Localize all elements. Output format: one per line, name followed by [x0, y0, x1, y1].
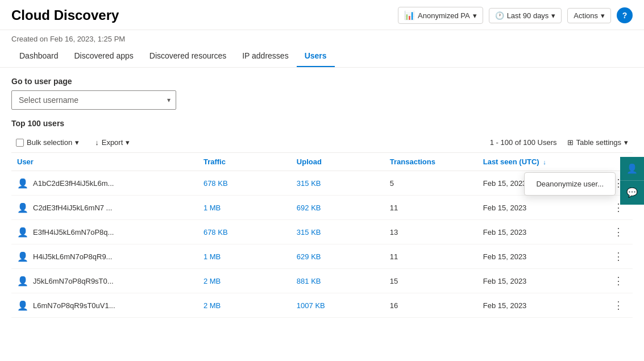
- cell-traffic: 2 MB: [198, 269, 291, 293]
- cell-transactions: 16: [384, 293, 477, 318]
- timerange-button[interactable]: 🕐 Last 90 days ▾: [489, 8, 562, 23]
- cell-user: 👤 A1bC2dE3fH4iJ5kL6m...: [11, 171, 198, 196]
- table-settings-icon: ⊞: [567, 138, 574, 147]
- bulk-selection-button[interactable]: Bulk selection ▾: [11, 136, 84, 149]
- col-upload: Upload: [291, 153, 384, 171]
- checkbox-icon: [16, 139, 24, 147]
- created-text: Created on Feb 16, 2023, 1:25 PM: [11, 35, 125, 43]
- cell-lastseen: Feb 15, 2023: [477, 293, 602, 318]
- chevron-down-icon: ▾: [473, 11, 477, 20]
- cell-upload: 881 KB: [291, 269, 384, 293]
- cell-traffic: 1 MB: [198, 244, 291, 269]
- row-actions-button[interactable]: ⋮: [610, 250, 627, 263]
- cell-traffic: 678 KB: [198, 171, 291, 196]
- users-table-container: User Traffic Upload Transactions Last se…: [11, 153, 633, 318]
- tab-dashboard[interactable]: Dashboard: [11, 45, 67, 67]
- cell-transactions: 5: [384, 171, 477, 196]
- user-icon: 👤: [17, 251, 28, 262]
- toolbar-left: Bulk selection ▾ ↓ Export ▾: [11, 136, 134, 149]
- actions-button[interactable]: Actions ▾: [567, 8, 611, 23]
- tab-discovered-apps[interactable]: Discovered apps: [67, 45, 142, 67]
- row-actions-button[interactable]: ⋮: [610, 299, 627, 312]
- header: Cloud Discovery 📊 Anonymized PA ▾ 🕐 Last…: [0, 0, 644, 30]
- user-name: H4iJ5kL6mN7oP8qR9...: [33, 252, 112, 261]
- tab-discovered-resources[interactable]: Discovered resources: [142, 45, 234, 67]
- cell-user: 👤 C2dE3fH4iJ5kL6mN7 ...: [11, 196, 198, 220]
- actions-popover: Deanonymize user...: [524, 172, 616, 196]
- help-button[interactable]: ?: [617, 7, 633, 23]
- cell-user: 👤 J5kL6mN7oP8qR9sT0...: [11, 269, 198, 293]
- user-name: C2dE3fH4iJ5kL6mN7 ...: [33, 204, 112, 212]
- cell-lastseen: Feb 15, 2023: [477, 244, 602, 269]
- cell-lastseen: Feb 15, 2023: [477, 220, 602, 244]
- col-traffic: Traffic: [198, 153, 291, 171]
- user-name: A1bC2dE3fH4iJ5kL6m...: [33, 179, 114, 188]
- cell-transactions: 11: [384, 244, 477, 269]
- tab-ip-addresses[interactable]: IP addresses: [234, 45, 296, 67]
- col-transactions: Transactions: [384, 153, 477, 171]
- table-row: 👤 J5kL6mN7oP8qR9sT0... 2 MB 881 KB 15 Fe…: [11, 269, 633, 293]
- table-row: 👤 C2dE3fH4iJ5kL6mN7 ... 1 MB 692 KB 11 F…: [11, 196, 633, 220]
- username-select[interactable]: Select username: [11, 90, 176, 110]
- header-controls: 📊 Anonymized PA ▾ 🕐 Last 90 days ▾ Actio…: [398, 7, 633, 24]
- user-name: E3fH4iJ5kL6mN7oP8q...: [33, 228, 114, 236]
- cell-lastseen: Feb 15, 2023: [477, 269, 602, 293]
- export-button[interactable]: ↓ Export ▾: [90, 136, 134, 149]
- cell-upload: 692 KB: [291, 196, 384, 220]
- table-row: 👤 H4iJ5kL6mN7oP8qR9... 1 MB 629 KB 11 Fe…: [11, 244, 633, 269]
- cell-user: 👤 E3fH4iJ5kL6mN7oP8q...: [11, 220, 198, 244]
- col-lastseen[interactable]: Last seen (UTC) ↓: [477, 153, 602, 171]
- table-row: 👤 E3fH4iJ5kL6mN7oP8q... 678 KB 315 KB 13…: [11, 220, 633, 244]
- row-actions-button[interactable]: ⋮: [610, 275, 627, 287]
- cell-traffic: 1 MB: [198, 196, 291, 220]
- toolbar-right: 1 - 100 of 100 Users ⊞ Table settings ▾: [490, 136, 633, 149]
- cell-transactions: 15: [384, 269, 477, 293]
- clock-icon: 🕐: [495, 11, 504, 20]
- chevron-down-icon4: ▾: [75, 138, 79, 147]
- col-user: User: [11, 153, 198, 171]
- tab-users[interactable]: Users: [297, 45, 335, 67]
- subheader: Created on Feb 16, 2023, 1:25 PM: [0, 30, 644, 45]
- table-row: 👤 A1bC2dE3fH4iJ5kL6m... 678 KB 315 KB 5 …: [11, 171, 633, 196]
- side-panel-chat-button[interactable]: 💬: [620, 181, 644, 205]
- user-name: L6mN7oP8qR9sT0uV1...: [33, 301, 115, 310]
- chevron-down-icon6: ▾: [624, 138, 628, 147]
- side-panel-profile-button[interactable]: 👤: [620, 157, 644, 181]
- row-actions-button[interactable]: ⋮: [610, 226, 627, 238]
- cell-upload: 629 KB: [291, 244, 384, 269]
- user-icon: 👤: [17, 178, 28, 189]
- deanonymize-item[interactable]: Deanonymize user...: [525, 175, 615, 193]
- cell-lastseen: Feb 15, 2023: [477, 196, 602, 220]
- side-panel: 👤 💬: [620, 157, 644, 205]
- username-select-wrapper: Select username ▾: [11, 90, 176, 110]
- section-title: Top 100 users: [11, 119, 633, 128]
- cell-row-actions: ⋮: [601, 269, 633, 293]
- export-label: Export: [102, 138, 123, 147]
- chat-icon: 💬: [626, 187, 638, 198]
- user-icon: 👤: [17, 300, 28, 311]
- table-settings-button[interactable]: ⊞ Table settings ▾: [563, 136, 633, 149]
- users-table: User Traffic Upload Transactions Last se…: [11, 153, 633, 318]
- cell-row-actions: ⋮: [601, 293, 633, 318]
- actions-label: Actions: [574, 11, 598, 20]
- chevron-down-icon3: ▾: [601, 11, 605, 20]
- user-icon: 👤: [17, 276, 28, 287]
- cell-row-actions: ⋮: [601, 244, 633, 269]
- cell-traffic: 2 MB: [198, 293, 291, 318]
- chevron-down-icon2: ▾: [551, 11, 555, 20]
- tabs-container: Dashboard Discovered apps Discovered res…: [0, 45, 644, 68]
- anonymized-button[interactable]: 📊 Anonymized PA ▾: [398, 7, 483, 24]
- pagination-label: 1 - 100 of 100 Users: [490, 138, 557, 147]
- table-row: 👤 L6mN7oP8qR9sT0uV1... 2 MB 1007 KB 16 F…: [11, 293, 633, 318]
- user-icon: 👤: [17, 202, 28, 213]
- anonymized-label: Anonymized PA: [418, 11, 470, 20]
- sort-icon: ↓: [543, 159, 546, 165]
- profile-icon: 👤: [626, 163, 638, 174]
- timerange-label: Last 90 days: [507, 11, 549, 20]
- download-icon: ↓: [95, 138, 99, 147]
- report-icon: 📊: [404, 10, 415, 20]
- user-name: J5kL6mN7oP8qR9sT0...: [33, 277, 114, 285]
- main-content: Go to user page Select username ▾ Top 10…: [0, 68, 644, 327]
- goto-user-label: Go to user page: [11, 77, 633, 86]
- cell-traffic: 678 KB: [198, 220, 291, 244]
